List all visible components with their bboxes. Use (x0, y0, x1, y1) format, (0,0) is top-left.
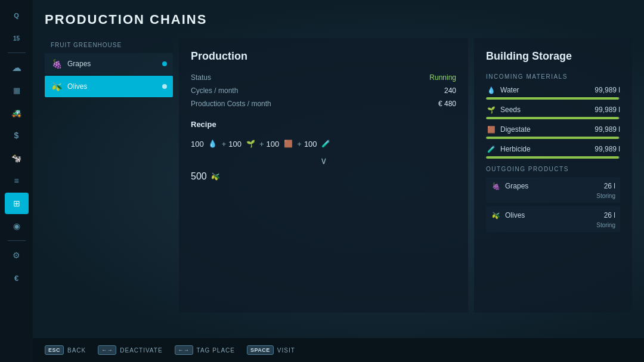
recipe-plus-3: + (297, 140, 302, 148)
stat-label-cycles: Cycles / month (191, 86, 238, 95)
stat-row-status: Status Running (191, 73, 456, 82)
chart-icon: ▦ (13, 86, 20, 95)
q-icon: Q (14, 12, 19, 19)
water-bar (486, 97, 620, 100)
outgoing-item-grapes: 🍇 Grapes 26 l Storing (486, 177, 620, 203)
seeds-header: 🌱 Seeds 99,989 l (486, 104, 620, 115)
grapes-dot (162, 61, 167, 66)
main-content: PRODUCTION CHAINS FRUIT GREENHOUSE 🍇 Gra… (33, 0, 644, 362)
herbicide-bar-fill (486, 156, 619, 159)
storage-item-digestate: 🟫 Digestate 99,989 l (486, 124, 620, 139)
recipe-inputs: 100 💧 + 100 🌱 + 100 🟫 + 100 🧪 (191, 137, 456, 150)
storage-title: Building Storage (486, 50, 620, 63)
water-header: 💧 Water 99,989 l (486, 85, 620, 95)
key-binding-deactivate: ←→ DEACTIVATE (98, 345, 162, 355)
stat-label-status: Status (191, 73, 211, 82)
olives-outgoing-status: Storing (491, 222, 615, 228)
chain-item-olives[interactable]: 🫒 Olives (45, 76, 173, 97)
recipe-amount-digestate: 100 (267, 140, 280, 148)
grapes-outgoing-status: Storing (491, 193, 615, 199)
digestate-name: Digestate (500, 125, 531, 134)
recipe-section: Recipe 100 💧 + 100 🌱 + 100 🟫 + 100 🧪 ∨ 5 (191, 120, 456, 183)
panels-row: FRUIT GREENHOUSE 🍇 Grapes 🫒 Olives Produ… (45, 38, 632, 313)
water-recipe-icon: 💧 (206, 137, 219, 150)
15-icon: 15 (13, 35, 20, 42)
stat-value-cycles: 240 (444, 86, 456, 95)
sidebar-item-euro[interactable]: € (5, 267, 29, 289)
stat-value-costs: € 480 (438, 100, 456, 108)
storage-panel: Building Storage INCOMING MATERIALS 💧 Wa… (474, 38, 632, 313)
digestate-bar-fill (486, 137, 619, 139)
water-bar-fill (486, 97, 619, 100)
sidebar-item-factory[interactable]: ⊞ (5, 193, 29, 214)
back-label: BACK (67, 347, 86, 354)
stat-value-status: Running (429, 73, 456, 82)
grapes-outgoing-value: 26 l (604, 182, 615, 190)
sidebar-item-book[interactable]: ≡ (5, 170, 29, 191)
seeds-value: 99,989 l (595, 106, 620, 114)
recipe-plus-1: + (222, 140, 227, 148)
sidebar-item-tractor[interactable]: 🚜 (5, 102, 29, 123)
tagplace-key: ←→ (175, 345, 193, 355)
herbicide-header: 🧪 Herbicide 99,989 l (486, 144, 620, 154)
olives-outgoing-row: 🫒 Olives 26 l (491, 210, 615, 221)
sidebar-item-cow[interactable]: 🐄 (5, 147, 29, 169)
grapes-status-label: Storing (596, 193, 615, 199)
storage-item-seeds: 🌱 Seeds 99,989 l (486, 104, 620, 119)
seeds-left: 🌱 Seeds (486, 104, 521, 115)
page-title: PRODUCTION CHAINS (45, 12, 632, 27)
deactivate-key: ←→ (98, 345, 116, 355)
herbicide-storage-icon: 🧪 (486, 144, 497, 154)
chain-item-grapes[interactable]: 🍇 Grapes (45, 53, 173, 75)
key-binding-tagplace: ←→ TAG PLACE (175, 345, 235, 355)
seed-recipe-icon: 🌱 (244, 137, 257, 150)
grapes-outgoing-row: 🍇 Grapes 26 l (491, 181, 615, 191)
water-name: Water (500, 86, 519, 94)
herbicide-name: Herbicide (500, 145, 531, 153)
factory-icon: ⊞ (13, 199, 20, 208)
stat-row-cycles: Cycles / month 240 (191, 86, 456, 95)
seeds-storage-icon: 🌱 (486, 104, 497, 115)
book-icon: ≡ (14, 176, 18, 185)
stat-row-costs: Production Costs / month € 480 (191, 100, 456, 108)
olive-output-icon: 🫒 (209, 170, 222, 183)
outgoing-section-title: OUTGOING PRODUCTS (486, 166, 620, 172)
esc-key: ESC (45, 345, 64, 355)
sidebar-item-weather[interactable]: ☁ (5, 57, 29, 78)
coin-icon: $ (14, 131, 19, 140)
sidebar-item-15[interactable]: 15 (5, 27, 29, 49)
chain-name-grapes: Grapes (67, 60, 162, 68)
seeds-bar (486, 117, 620, 119)
recipe-title: Recipe (191, 120, 456, 129)
digestate-storage-icon: 🟫 (486, 124, 497, 135)
weather-icon: ☁ (12, 62, 21, 73)
bottom-bar: ESC BACK ←→ DEACTIVATE ←→ TAG PLACE SPAC… (33, 338, 644, 362)
space-key: SPACE (247, 345, 274, 355)
recipe-amount-water: 100 (191, 140, 204, 148)
herbicide-bar (486, 156, 620, 159)
grapes-icon: 🍇 (51, 58, 63, 70)
recipe-plus-2: + (259, 140, 264, 148)
euro-icon: € (14, 274, 18, 283)
digestate-left: 🟫 Digestate (486, 124, 531, 135)
digestate-header: 🟫 Digestate 99,989 l (486, 124, 620, 135)
recipe-output-amount: 500 (191, 171, 207, 182)
deactivate-label: DEACTIVATE (120, 347, 162, 354)
sidebar-item-coin[interactable]: $ (5, 125, 29, 146)
seeds-name: Seeds (500, 106, 521, 114)
sidebar-divider-1 (8, 52, 26, 53)
production-title: Production (191, 50, 456, 63)
grapes-outgoing-left: 🍇 Grapes (491, 181, 528, 191)
recipe-output: 500 🫒 (191, 170, 456, 183)
olives-outgoing-icon: 🫒 (491, 210, 501, 221)
water-left: 💧 Water (486, 85, 519, 95)
chains-panel: FRUIT GREENHOUSE 🍇 Grapes 🫒 Olives (45, 38, 173, 313)
digestate-bar (486, 137, 620, 139)
storage-item-water: 💧 Water 99,989 l (486, 85, 620, 100)
sidebar-item-q[interactable]: Q (5, 5, 29, 26)
sidebar-item-settings[interactable]: ⚙ (5, 245, 29, 266)
globe-icon: ◉ (13, 221, 20, 231)
sidebar-item-globe[interactable]: ◉ (5, 215, 29, 237)
water-storage-icon: 💧 (486, 85, 497, 95)
sidebar-item-chart[interactable]: ▦ (5, 79, 29, 101)
